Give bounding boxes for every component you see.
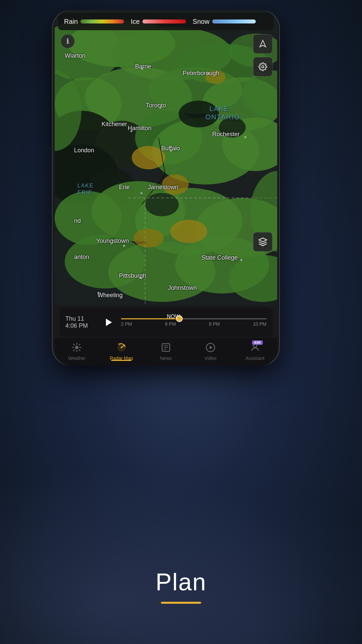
city-dot [240, 259, 242, 261]
nav-assistant[interactable]: ASK Assistant [233, 342, 277, 361]
svg-line-50 [79, 344, 80, 345]
radar-map[interactable]: Wiarton Barrie Peterborough Toronto LAKE… [55, 10, 277, 305]
bottom-navigation: Weather Radar Map [55, 337, 277, 366]
city-dot [141, 68, 143, 70]
background-clouds [0, 443, 362, 644]
timeline-panel: Thu 11 4:06 PM NOW 2 PM 6 PM 8 PM 10 PM [59, 308, 273, 337]
svg-point-31 [179, 101, 219, 127]
city-dot [159, 107, 161, 109]
weather-icon-wrapper [72, 342, 82, 354]
track-thumb[interactable] [176, 315, 183, 322]
svg-point-27 [162, 174, 189, 195]
svg-line-45 [74, 344, 75, 345]
nav-news-label: News [160, 356, 172, 361]
timeline-date: Thu 11 [65, 315, 84, 322]
city-dot [207, 72, 209, 74]
svg-point-26 [132, 146, 165, 169]
city-dot [130, 130, 132, 132]
tick-2pm: 2 PM [121, 321, 132, 327]
assistant-icon-wrapper: ASK [250, 342, 260, 354]
city-dot [244, 136, 246, 138]
legend-bar: Rain Ice Snow [58, 13, 274, 30]
plan-underline [161, 602, 201, 604]
weather-icon [72, 342, 82, 353]
nav-active-indicator [111, 360, 131, 361]
city-dot [170, 150, 172, 152]
map-svg [55, 10, 277, 305]
plan-section: Plan [0, 568, 362, 604]
video-icon [205, 342, 216, 353]
rain-legend: Rain [64, 18, 124, 25]
plan-title: Plan [156, 568, 206, 596]
timeline-track[interactable]: NOW 2 PM 6 PM 8 PM 10 PM [121, 315, 266, 330]
time-display: Thu 11 4:06 PM [65, 315, 96, 329]
svg-point-29 [133, 229, 164, 248]
map-controls [253, 34, 273, 76]
nav-weather[interactable]: Weather [55, 342, 99, 361]
info-button[interactable]: ℹ [61, 34, 75, 48]
snow-legend: Snow [193, 18, 256, 25]
tick-10pm: 10 PM [253, 321, 266, 327]
nav-weather-label: Weather [68, 356, 86, 361]
video-icon-wrapper [205, 342, 216, 354]
nav-news[interactable]: News [144, 342, 188, 361]
svg-marker-41 [259, 238, 266, 242]
svg-point-42 [75, 346, 78, 349]
ice-gradient [142, 19, 186, 23]
nav-assistant-label: Assistant [245, 356, 264, 361]
ask-badge: ASK [252, 340, 262, 345]
svg-point-40 [262, 66, 264, 68]
city-dot [140, 192, 142, 194]
svg-marker-59 [209, 346, 213, 349]
timeline-time: 4:06 PM [65, 322, 88, 329]
ice-label: Ice [131, 18, 140, 25]
location-button[interactable] [253, 34, 273, 54]
radar-icon [116, 342, 126, 353]
settings-button[interactable] [253, 57, 273, 76]
play-icon [106, 319, 112, 326]
tick-8pm: 8 PM [209, 321, 220, 327]
time-ticks: 2 PM 6 PM 8 PM 10 PM [121, 321, 266, 327]
nav-video[interactable]: Video [188, 342, 233, 361]
svg-point-33 [145, 193, 179, 216]
nav-video-label: Video [204, 356, 217, 361]
track-fill [121, 318, 179, 319]
city-dot [98, 292, 100, 294]
svg-point-32 [219, 117, 246, 138]
snow-label: Snow [193, 18, 209, 25]
svg-point-28 [170, 220, 207, 243]
city-dot [123, 245, 125, 247]
city-dot [139, 277, 141, 279]
snow-gradient [212, 19, 256, 23]
radar-icon-wrapper [116, 342, 126, 354]
news-icon-wrapper [161, 342, 171, 354]
layers-button[interactable] [253, 232, 273, 252]
rain-label: Rain [64, 18, 78, 25]
power-button [280, 77, 280, 97]
tick-6pm: 6 PM [165, 321, 176, 327]
phone-device: Wiarton Barrie Peterborough Toronto LAKE… [52, 10, 280, 366]
news-icon [161, 342, 171, 353]
svg-line-46 [79, 350, 80, 351]
track-line [121, 318, 266, 319]
play-button[interactable] [101, 315, 116, 330]
ice-legend: Ice [131, 18, 186, 25]
phone-screen: Wiarton Barrie Peterborough Toronto LAKE… [55, 10, 277, 366]
nav-radar[interactable]: Radar Map [99, 342, 144, 361]
rain-gradient [80, 19, 124, 23]
svg-line-49 [74, 350, 75, 351]
